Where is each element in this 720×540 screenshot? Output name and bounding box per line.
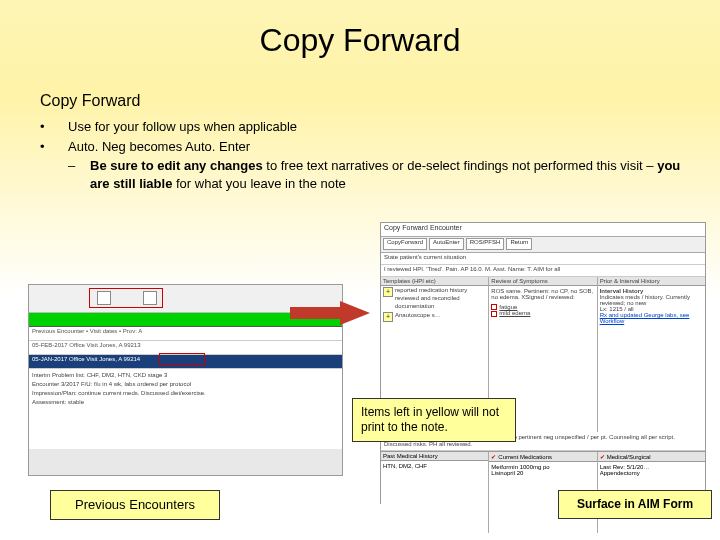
copy-forward-button[interactable]: CopyForward [383, 238, 427, 250]
info-bar: I reviewed HPI. 'Tired'. Pain. AP 16.0. … [381, 265, 705, 277]
text: Indicates meds / history. Currently revi… [600, 294, 703, 306]
bullet-dot: • [40, 118, 68, 136]
text: Interim Problem list: CHF, DM2, HTN, CKD… [32, 372, 339, 378]
bullet-text: Auto. Neg becomes Auto. Enter [68, 138, 250, 156]
text: HTN, DM2, CHF [381, 461, 488, 471]
column-header: Prior & Interval History [598, 277, 705, 286]
text: Lisinopril 20 [491, 470, 594, 476]
section-subtitle: Copy Forward [40, 92, 140, 110]
column-header: Past Medical History [381, 452, 488, 461]
dash: – [68, 157, 90, 192]
text: Assessment: stable [32, 399, 339, 405]
text: Appendectomy [600, 470, 703, 476]
window-titlebar: Copy Forward Encounter [381, 223, 705, 237]
info-bar: State patient's current situation [381, 253, 705, 265]
list: fatigue mild edema [489, 302, 596, 319]
list-item[interactable]: mild edema [499, 310, 530, 316]
text-block: Last Rev: 5/1/20… Appendectomy [598, 462, 705, 478]
column-history: Prior & Interval History Interval Histor… [598, 277, 705, 432]
link[interactable]: Rx and updated George labs, see Workflow [600, 312, 703, 324]
column-header: ✔Medical/Surgical [598, 452, 705, 462]
svg-marker-0 [290, 301, 370, 325]
bullet-list: •Use for your follow ups when applicable… [40, 118, 690, 192]
column-header: ✔Current Medications [489, 452, 596, 462]
column-header: Templates (HPI etc) [381, 277, 488, 286]
ros-pfsh-button[interactable]: ROS/PFSH [466, 238, 505, 250]
return-button[interactable]: Return [506, 238, 532, 250]
column-pmh: Past Medical History HTN, DM2, CHF [381, 452, 489, 533]
slide: Copy Forward Copy Forward •Use for your … [0, 0, 720, 540]
note-body: Interim Problem list: CHF, DM2, HTN, CKD… [29, 369, 342, 449]
window-toolbar: CopyForward AutoEnter ROS/PFSH Return [381, 237, 705, 253]
table-header: Previous Encounter • Visit dates • Prov:… [29, 327, 342, 341]
check-icon: ✔ [491, 454, 496, 460]
text-block: Interval History Indicates meds / histor… [598, 286, 705, 326]
page-title: Copy Forward [0, 22, 720, 59]
checkbox-icon[interactable] [491, 311, 497, 317]
screenshot-aim-form: Copy Forward Encounter CopyForward AutoE… [380, 222, 706, 504]
emph: Be sure to edit any changes [90, 158, 263, 173]
check-icon: ✔ [600, 454, 605, 460]
highlight-box [89, 288, 163, 308]
arrow-icon [290, 301, 370, 325]
list-item[interactable]: fatigue [499, 304, 517, 310]
label: Medical/Surgical [607, 454, 651, 460]
bullet-text: Use for your follow ups when applicable [68, 118, 297, 136]
list-item[interactable]: reported medication history reviewed and… [381, 286, 488, 311]
bullet-dot: • [40, 138, 68, 156]
label: Current Medications [498, 454, 552, 460]
sub-bullet-text: Be sure to edit any changes to free text… [90, 157, 690, 192]
callout-yellow-note: Items left in yellow will not print to t… [352, 398, 516, 442]
column-header: Review of Symptoms [489, 277, 596, 286]
text: to free text narratives or de-select fin… [263, 158, 658, 173]
highlight-box [159, 353, 205, 365]
text: Encounter 3/2017 F/U: f/u in 4 wk, labs … [32, 381, 339, 387]
callout-previous-encounters: Previous Encounters [50, 490, 220, 520]
text: ROS same. Pertinent: no CP, no SOB, no e… [489, 286, 596, 302]
text-block: Metformin 1000mg po Lisinopril 20 [489, 462, 596, 478]
text: for what you leave in the note [172, 176, 345, 191]
list-item[interactable]: Anautoscope s… [381, 311, 488, 321]
text: Impression/Plan: continue current meds. … [32, 390, 339, 396]
callout-surface-aim: Surface in AIM Form [558, 490, 712, 519]
auto-enter-button[interactable]: AutoEnter [429, 238, 464, 250]
